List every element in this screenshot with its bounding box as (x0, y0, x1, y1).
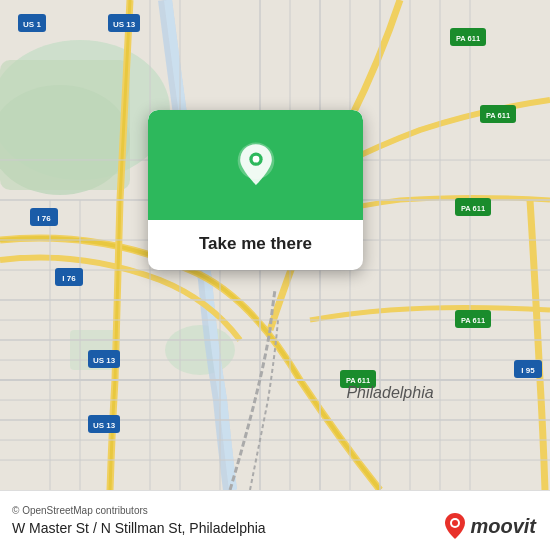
location-pin-icon (231, 140, 281, 190)
moovit-pin-icon (444, 512, 466, 540)
svg-text:US 13: US 13 (93, 356, 116, 365)
svg-point-59 (252, 156, 259, 163)
svg-point-61 (452, 520, 458, 526)
bottom-info-bar: © OpenStreetMap contributors W Master St… (0, 490, 550, 550)
svg-text:US 13: US 13 (93, 421, 116, 430)
moovit-brand-name: moovit (470, 515, 536, 538)
popup-header (148, 110, 363, 220)
svg-text:PA 611: PA 611 (461, 316, 485, 325)
moovit-logo: moovit (444, 512, 536, 540)
svg-text:I 76: I 76 (37, 214, 51, 223)
svg-text:I 76: I 76 (62, 274, 76, 283)
svg-text:I 95: I 95 (521, 366, 535, 375)
svg-text:PA 611: PA 611 (461, 204, 485, 213)
svg-rect-3 (0, 60, 130, 190)
location-popup[interactable]: Take me there (148, 110, 363, 270)
svg-text:PA 611: PA 611 (456, 34, 480, 43)
take-me-there-button[interactable]: Take me there (189, 220, 322, 270)
svg-text:US 1: US 1 (23, 20, 41, 29)
map-view[interactable]: US 1 US 13 US 13 US 13 I 76 I 76 PA 611 … (0, 0, 550, 490)
svg-text:PA 611: PA 611 (486, 111, 510, 120)
svg-point-4 (165, 325, 235, 375)
svg-text:Philadelphia: Philadelphia (346, 384, 433, 401)
svg-text:US 13: US 13 (113, 20, 136, 29)
